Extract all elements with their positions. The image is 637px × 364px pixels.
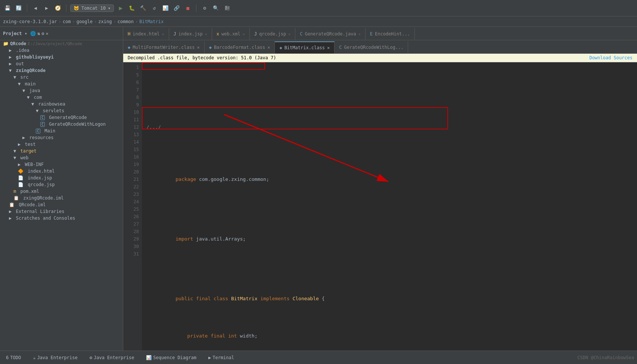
forward-button[interactable]: ▶: [42, 4, 51, 13]
zxingqr-label: zxingQRcode: [13, 68, 46, 73]
sidebar-item-servlets[interactable]: ▼ servlets: [0, 107, 123, 114]
sidebar-item-mainclass[interactable]: C Main: [0, 128, 123, 134]
bottom-tab-sequence[interactable]: 📊 Sequence Diagram: [143, 354, 199, 362]
tab-multiformat-class[interactable]: ◆ MultiFormatWriter.class ✕: [123, 41, 205, 53]
tab-bitmatrix-close[interactable]: ✕: [327, 45, 330, 50]
geratewithlogon-icon: C: [40, 122, 45, 127]
line-num-20: 20: [123, 168, 142, 176]
tab-gerate-icon: C: [339, 45, 342, 50]
target-label: target: [18, 148, 37, 154]
test-label: test: [22, 142, 35, 147]
sidebar-icon-sort[interactable]: ⇅: [37, 31, 40, 36]
bottom-tab-terminal[interactable]: ▶ Terminal: [205, 354, 237, 362]
tab-encodehint-java[interactable]: E EncodeHint...: [366, 28, 415, 40]
sep2: ›: [72, 19, 75, 24]
sidebar-item-geratewithlogon[interactable]: C GerateQRcodeWithLogon: [0, 121, 123, 128]
sidebar-item-generateqr[interactable]: C GenerateQRcode: [0, 114, 123, 121]
sidebar-item-external-libs[interactable]: ▶ External Libraries: [0, 208, 123, 215]
build-button[interactable]: 🔨: [139, 4, 147, 13]
run-config-selector[interactable]: 🐱 Tomcat 10 ▾: [70, 4, 114, 12]
code-line-1: /.../: [146, 123, 633, 131]
scratches-label: Scratches and Consoles: [13, 216, 75, 221]
build2-button[interactable]: ⚙: [200, 4, 209, 13]
sidebar-item-web[interactable]: ▼ web: [0, 154, 123, 161]
tab-index-jsp[interactable]: J index.jsp ✕: [169, 28, 212, 40]
tab-qrcodejsp-close[interactable]: ✕: [288, 32, 290, 36]
sidebar-icon-settings[interactable]: ⚙: [41, 31, 44, 36]
breadcrumb-com[interactable]: com: [63, 19, 71, 24]
sidebar-item-com[interactable]: ▼ com: [0, 94, 123, 101]
profile-button[interactable]: 📊: [161, 4, 170, 13]
sidebar-item-qrcode-root[interactable]: 📁 QRcode E:/Java/project/QRcode: [0, 40, 123, 47]
line-num-29: 29: [123, 235, 142, 243]
translate-button[interactable]: 翻: [223, 4, 232, 13]
navigate-button[interactable]: 🧭: [53, 4, 62, 13]
sidebar-item-main[interactable]: ▼ main: [0, 81, 123, 87]
web-label: web: [18, 155, 28, 160]
attach-button[interactable]: 🔗: [172, 4, 181, 13]
sidebar-item-rainbowsea[interactable]: ▼ rainbowsea: [0, 101, 123, 107]
sidebar-item-idea[interactable]: ▶ .idea: [0, 47, 123, 54]
stop-button[interactable]: ■: [183, 4, 192, 13]
sidebar-item-test[interactable]: ▶ test: [0, 141, 123, 148]
back-button[interactable]: ◀: [31, 4, 40, 13]
breadcrumb-google[interactable]: google: [77, 19, 93, 24]
tab-genjava-close[interactable]: ✕: [358, 32, 361, 36]
tab-multi-close[interactable]: ✕: [197, 45, 199, 50]
sidebar-item-zxingqr[interactable]: ▼ zxingQRcode: [0, 67, 123, 74]
com-label: com: [31, 95, 42, 100]
tab-jsp-close[interactable]: ✕: [205, 32, 207, 36]
refresh-button[interactable]: 🔄: [14, 4, 23, 13]
breadcrumb-jar[interactable]: zxing-core-3.1.0.jar: [3, 19, 57, 24]
search-button[interactable]: 🔍: [211, 4, 220, 13]
breadcrumb-bitmatrix[interactable]: BitMatrix: [139, 19, 164, 24]
line-num-6: 6: [123, 79, 142, 86]
sidebar-item-java[interactable]: ▼ java: [0, 87, 123, 94]
save-button[interactable]: 💾: [3, 4, 12, 13]
run-button[interactable]: ▶: [116, 4, 125, 13]
bottom-tab-todo[interactable]: 6 TODO: [3, 354, 24, 362]
tab-qrcode-jsp[interactable]: J qrcode.jsp ✕: [250, 28, 296, 40]
terminal-icon: ▶: [208, 355, 211, 360]
line-num-12: 12: [123, 123, 142, 131]
reload-button[interactable]: ↺: [150, 4, 159, 13]
breadcrumb-common[interactable]: common: [118, 19, 134, 24]
sidebar-item-scratches[interactable]: ▶ Scratches and Consoles: [0, 215, 123, 222]
debug-button[interactable]: 🐛: [127, 4, 136, 13]
tab-html-close[interactable]: ✕: [162, 32, 164, 36]
tab-barcode-close[interactable]: ✕: [267, 45, 270, 50]
code-area[interactable]: /.../ package com.google.zxing.common; i…: [142, 62, 637, 351]
webinf-icon: ▶: [18, 162, 21, 167]
code-line-6: package com.google.zxing.common;: [146, 168, 633, 191]
line-num-26: 26: [123, 213, 142, 220]
sidebar-icon-globe[interactable]: 🌐: [30, 31, 36, 36]
breadcrumb-zxing[interactable]: zxing: [98, 19, 112, 24]
sidebar-icon-close[interactable]: ✕: [46, 31, 49, 36]
sidebar-item-indexhtml[interactable]: 🔶 index.html: [0, 168, 123, 175]
sidebar-item-target[interactable]: ▼ target: [0, 148, 123, 154]
download-sources-link[interactable]: Download Sources: [589, 55, 633, 60]
tab-gerate-class[interactable]: C GerateQRcodeWithLog...: [335, 41, 408, 53]
tab-webxml-close[interactable]: ✕: [243, 32, 245, 36]
bottom-tab-java-enterprise[interactable]: ☕ Java Enterprise: [30, 354, 81, 362]
sidebar-item-src[interactable]: ▼ src: [0, 74, 123, 81]
sidebar-item-iml[interactable]: 📋 zxingQRcode.iml: [0, 195, 123, 201]
github-label: githubliuyueyi: [13, 54, 53, 60]
tab-web-xml[interactable]: x web.xml ✕: [212, 28, 250, 40]
tab-index-html[interactable]: H index.html ✕: [123, 28, 169, 40]
code-line-5: [146, 146, 633, 153]
tab-barcodeformat-class[interactable]: ◆ BarcodeFormat.class ✕: [205, 41, 275, 53]
sidebar-item-resources[interactable]: ▶ resources: [0, 134, 123, 141]
sidebar-item-webinf[interactable]: ▶ WEB-INF: [0, 161, 123, 168]
sidebar-item-indexjsp[interactable]: 📄 index.jsp: [0, 175, 123, 181]
sidebar-item-pomxml[interactable]: m pom.xml: [0, 188, 123, 195]
services-label: Java Enterprise: [94, 355, 134, 360]
sidebar-item-out[interactable]: ▶ out: [0, 60, 123, 67]
sidebar-item-qrcodeiml[interactable]: 📋 QRcode.iml: [0, 201, 123, 208]
tab-bitmatrix-class[interactable]: ◆ BitMatrix.class ✕: [275, 41, 335, 53]
sidebar-item-qrcodejsp[interactable]: 📄 qrcode.jsp: [0, 181, 123, 188]
tab-generateqrcode-java[interactable]: C GenerateQRcode.java ✕: [295, 28, 366, 40]
sidebar-item-github[interactable]: ▶ githubliuyueyi: [0, 54, 123, 60]
bottom-tab-services[interactable]: ⚙ Java Enterprise: [87, 354, 137, 362]
tab-bitmatrix-icon: ◆: [279, 45, 282, 50]
